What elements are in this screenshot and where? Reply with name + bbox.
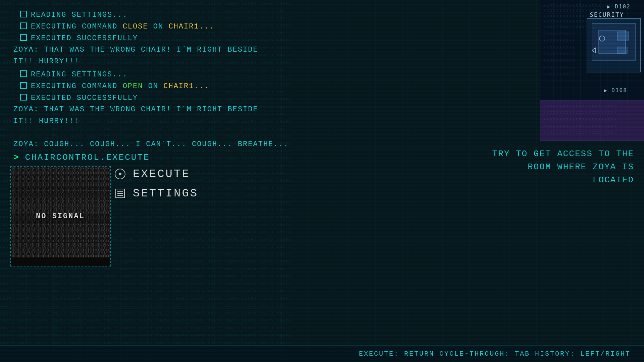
settings-label: SETTINGS <box>133 187 198 200</box>
log-line-executed-2: EXECUTED SUCCESSFULLY <box>20 93 366 104</box>
log-line-reading-2: READING SETTINGS... <box>20 70 366 80</box>
svg-rect-15 <box>617 47 627 54</box>
camera-panel: const cs = document.querySelector('.came… <box>10 166 111 266</box>
mission-line-2: ROOM WHERE ZOYA IS LOCATED <box>486 161 634 187</box>
cmd-chair1-1: CHAIR1... <box>168 22 214 31</box>
svg-text:XXXXXXXXXX: XXXXXXXXXX <box>543 45 576 50</box>
dialogue-line-2b: IT!! HURRY!!! <box>13 116 366 127</box>
command-prompt: > <box>13 153 20 163</box>
svg-text:XXXXXXXXXX: XXXXXXXXXX <box>543 52 576 56</box>
svg-text:XXXXXXXXXXXXXXXXXXXXXXX: XXXXXXXXXXXXXXXXXXXXXXX <box>543 131 618 135</box>
dialogue-block-2: ZOYA: THAT WAS THE WRONG CHAIR! I´M RIGH… <box>13 105 366 127</box>
menu-item-settings[interactable]: SETTINGS <box>114 187 198 200</box>
log-text-executed-1: EXECUTED SUCCESSFULLY <box>31 34 138 44</box>
log-block-1: READING SETTINGS... EXECUTING COMMAND CL… <box>20 10 366 44</box>
svg-text:XXXXXXXXXXXXXXXXXXXXXXX: XXXXXXXXXXXXXXXXXXXXXXX <box>543 124 618 128</box>
no-signal-text: NO SIGNAL <box>36 212 85 221</box>
cough-text: COUGH... COUGH... I CAN´T... COUGH... BR… <box>44 140 289 148</box>
svg-text:XXXXXXXXXXXXXXXXXXXXXXX: XXXXXXXXXXXXXXXXXXXXXXX <box>543 111 618 115</box>
command-line: > CHAIRCONTROL.EXECUTE <box>13 153 366 163</box>
mission-text: TRY TO GET ACCESS TO THE ROOM WHERE ZOYA… <box>486 147 634 187</box>
log-line-executed-1: EXECUTED SUCCESSFULLY <box>20 34 366 44</box>
settings-icon <box>114 187 126 199</box>
cough-dialogue: ZOYA: COUGH... COUGH... I CAN´T... COUGH… <box>13 139 366 150</box>
bottom-bar: EXECUTE: RETURN CYCLE-THROUGH: TAB HISTO… <box>0 345 644 362</box>
execute-icon <box>114 168 126 180</box>
log-text-executed-2: EXECUTED SUCCESSFULLY <box>31 93 138 104</box>
menu-panel: EXECUTE SETTINGS <box>114 168 198 206</box>
mission-panel: TRY TO GET ACCESS TO THE ROOM WHERE ZOYA… <box>476 141 644 193</box>
svg-text:XXXXXXXXXX: XXXXXXXXXX <box>543 59 576 63</box>
checkbox-2 <box>20 22 27 29</box>
log-text-reading-1: READING SETTINGS... <box>31 10 128 20</box>
cough-prefix: ZOYA: <box>13 140 44 148</box>
dialogue-block-1: ZOYA: THAT WAS THE WRONG CHAIR! I´M RIGH… <box>13 45 366 67</box>
circle-icon <box>115 169 125 179</box>
circle-dot <box>119 173 121 175</box>
svg-rect-14 <box>617 32 629 40</box>
svg-text:XXXXXXXXXXXXXXXXXXXXXXX: XXXXXXXXXXXXXXXXXXXXXXX <box>543 117 618 122</box>
svg-text:▶ D108: ▶ D108 <box>604 87 627 94</box>
bar-2 <box>117 193 123 194</box>
bottom-hint: EXECUTE: RETURN CYCLE-THROUGH: TAB HISTO… <box>359 350 631 358</box>
log-line-executing-1: EXECUTING COMMAND CLOSE ON CHAIR1... <box>20 22 366 32</box>
svg-text:▶ D102: ▶ D102 <box>607 3 631 10</box>
svg-text:XXXXXXXXXX: XXXXXXXXXX <box>543 39 576 43</box>
svg-text:XXXXXXXXXXXXXXXXXXXXXXX: XXXXXXXXXXXXXXXXXXXXXXX <box>543 3 618 8</box>
mission-line-1: TRY TO GET ACCESS TO THE <box>486 147 634 161</box>
checkbox-3 <box>20 34 27 41</box>
log-text-executing-2: EXECUTING COMMAND OPEN ON CHAIR1... <box>31 81 209 92</box>
log-line-executing-2: EXECUTING COMMAND OPEN ON CHAIR1... <box>20 81 366 92</box>
checkbox-5 <box>20 82 27 89</box>
log-block-2: READING SETTINGS... EXECUTING COMMAND OP… <box>20 70 366 103</box>
svg-text:SECURITY: SECURITY <box>590 11 624 18</box>
bars-icon <box>115 189 125 198</box>
log-text-executing-1: EXECUTING COMMAND CLOSE ON CHAIR1... <box>31 22 214 32</box>
dialogue-line-1a: ZOYA: THAT WAS THE WRONG CHAIR! I´M RIGH… <box>13 45 366 55</box>
minimap-svg: XXXXXXXXXXXXXXXXXXXXXXX XXXXXXXXXXXXXXXX… <box>540 0 644 141</box>
checkbox-6 <box>20 94 27 101</box>
svg-text:XXXXXXXXXXXXXXXXXXXXXXX: XXXXXXXXXXXXXXXXXXXXXXX <box>543 104 618 108</box>
svg-text:XXXXXXXXXX: XXXXXXXXXX <box>543 32 576 36</box>
log-text-reading-2: READING SETTINGS... <box>31 70 128 80</box>
menu-item-execute[interactable]: EXECUTE <box>114 168 198 180</box>
log-line-reading-1: READING SETTINGS... <box>20 10 366 20</box>
cmd-close: CLOSE <box>123 22 148 31</box>
svg-text:XXXXXXXXXX: XXXXXXXXXX <box>543 72 576 76</box>
camera-inner: const cs = document.querySelector('.came… <box>11 167 110 266</box>
execute-label: EXECUTE <box>133 168 190 180</box>
cmd-open: OPEN <box>123 82 143 90</box>
dialogue-line-2a: ZOYA: THAT WAS THE WRONG CHAIR! I´M RIGH… <box>13 105 366 115</box>
command-text: CHAIRCONTROL.EXECUTE <box>25 153 150 163</box>
checkbox-4 <box>20 70 27 77</box>
minimap-panel: XXXXXXXXXXXXXXXXXXXXXXX XXXXXXXXXXXXXXXX… <box>540 0 644 141</box>
checkbox-1 <box>20 11 27 17</box>
bar-3 <box>117 195 123 196</box>
bar-1 <box>117 191 123 192</box>
svg-text:XXXXXXXXXX: XXXXXXXXXX <box>543 65 576 70</box>
section-gap <box>13 129 366 139</box>
dialogue-line-1b: IT!! HURRY!!! <box>13 57 366 67</box>
cmd-chair1-2: CHAIR1... <box>163 82 209 90</box>
